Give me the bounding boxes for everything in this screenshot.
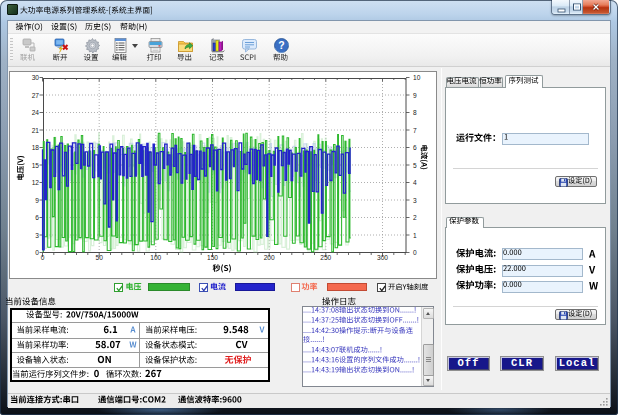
svg-text:10: 10 [413,74,421,81]
svg-text:100: 100 [150,253,161,260]
svg-text:50: 50 [95,253,103,260]
svg-text:0: 0 [40,253,44,260]
svg-text:9: 9 [413,91,417,98]
svg-text:0: 0 [35,249,39,256]
svg-text:15: 15 [31,161,39,168]
svg-text:24: 24 [31,109,39,116]
svg-text:21: 21 [31,126,39,133]
svg-text:8: 8 [413,109,417,116]
svg-text:?: ? [278,39,284,51]
svg-text:9: 9 [35,196,39,203]
svg-text:250: 250 [320,253,331,260]
svg-text:3: 3 [35,231,39,238]
svg-text:0: 0 [413,249,417,256]
svg-text:3: 3 [413,196,417,203]
svg-text:4: 4 [413,179,417,186]
svg-text:6: 6 [35,214,39,221]
svg-text:2: 2 [413,214,417,221]
svg-text:5: 5 [413,161,417,168]
svg-text:6: 6 [413,144,417,151]
svg-text:300: 300 [376,253,387,260]
svg-text:200: 200 [263,253,274,260]
svg-text:27: 27 [31,91,39,98]
svg-text:150: 150 [206,253,217,260]
svg-text:1: 1 [413,231,417,238]
svg-text:12: 12 [31,179,39,186]
svg-text:7: 7 [413,126,417,133]
svg-text:30: 30 [31,74,39,81]
svg-text:18: 18 [31,144,39,151]
